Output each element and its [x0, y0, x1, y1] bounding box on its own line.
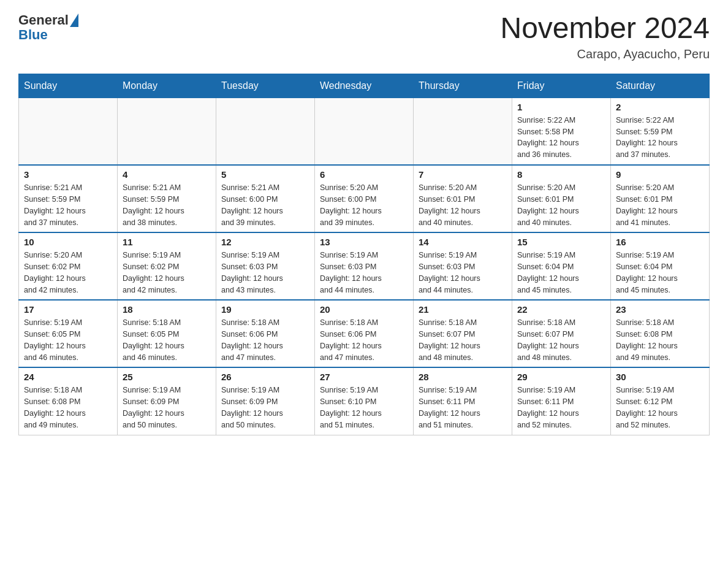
day-number: 22: [517, 304, 605, 315]
weekday-header-saturday: Saturday: [611, 74, 710, 98]
day-number: 29: [517, 372, 605, 382]
day-info: Sunrise: 5:19 AMSunset: 6:03 PMDaylight:…: [320, 250, 408, 296]
day-number: 26: [221, 372, 309, 382]
calendar-cell: [414, 98, 512, 165]
calendar-subtitle: Carapo, Ayacucho, Peru: [500, 47, 710, 61]
calendar-cell: 22Sunrise: 5:18 AMSunset: 6:07 PMDayligh…: [512, 300, 611, 367]
day-info: Sunrise: 5:21 AMSunset: 6:00 PMDaylight:…: [221, 182, 309, 228]
day-number: 15: [517, 237, 605, 247]
calendar-cell: 10Sunrise: 5:20 AMSunset: 6:02 PMDayligh…: [19, 232, 118, 300]
day-number: 9: [616, 169, 704, 180]
day-number: 27: [320, 372, 408, 382]
day-info: Sunrise: 5:18 AMSunset: 6:07 PMDaylight:…: [517, 317, 605, 363]
weekday-header-friday: Friday: [512, 74, 611, 98]
day-info: Sunrise: 5:20 AMSunset: 6:01 PMDaylight:…: [616, 182, 704, 228]
calendar-cell: [216, 98, 315, 165]
logo-text-blue: Blue: [18, 27, 48, 42]
day-info: Sunrise: 5:18 AMSunset: 6:06 PMDaylight:…: [320, 317, 408, 363]
page-header: General Blue November 2024 Carapo, Ayacu…: [18, 12, 710, 61]
day-number: 7: [419, 169, 507, 180]
calendar-week-3: 10Sunrise: 5:20 AMSunset: 6:02 PMDayligh…: [19, 232, 710, 300]
day-number: 20: [320, 304, 408, 315]
day-info: Sunrise: 5:20 AMSunset: 6:00 PMDaylight:…: [320, 182, 408, 228]
calendar-cell: 21Sunrise: 5:18 AMSunset: 6:07 PMDayligh…: [414, 300, 512, 367]
day-number: 30: [616, 372, 704, 382]
day-info: Sunrise: 5:18 AMSunset: 6:07 PMDaylight:…: [419, 317, 507, 363]
calendar-table: SundayMondayTuesdayWednesdayThursdayFrid…: [18, 74, 710, 435]
calendar-week-2: 3Sunrise: 5:21 AMSunset: 5:59 PMDaylight…: [19, 165, 710, 232]
calendar-week-5: 24Sunrise: 5:18 AMSunset: 6:08 PMDayligh…: [19, 367, 710, 435]
day-info: Sunrise: 5:19 AMSunset: 6:11 PMDaylight:…: [517, 385, 605, 431]
day-info: Sunrise: 5:19 AMSunset: 6:10 PMDaylight:…: [320, 385, 408, 431]
calendar-cell: 17Sunrise: 5:19 AMSunset: 6:05 PMDayligh…: [19, 300, 118, 367]
calendar-cell: 13Sunrise: 5:19 AMSunset: 6:03 PMDayligh…: [315, 232, 414, 300]
calendar-cell: [118, 98, 216, 165]
day-number: 6: [320, 169, 408, 180]
day-number: 28: [419, 372, 507, 382]
day-info: Sunrise: 5:21 AMSunset: 5:59 PMDaylight:…: [24, 182, 112, 228]
day-info: Sunrise: 5:20 AMSunset: 6:01 PMDaylight:…: [419, 182, 507, 228]
day-info: Sunrise: 5:22 AMSunset: 5:58 PMDaylight:…: [517, 115, 605, 161]
calendar-cell: 9Sunrise: 5:20 AMSunset: 6:01 PMDaylight…: [611, 165, 710, 232]
day-number: 23: [616, 304, 704, 315]
day-number: 25: [123, 372, 211, 382]
calendar-cell: 27Sunrise: 5:19 AMSunset: 6:10 PMDayligh…: [315, 367, 414, 435]
calendar-week-4: 17Sunrise: 5:19 AMSunset: 6:05 PMDayligh…: [19, 300, 710, 367]
calendar-cell: 2Sunrise: 5:22 AMSunset: 5:59 PMDaylight…: [611, 98, 710, 165]
calendar-week-1: 1Sunrise: 5:22 AMSunset: 5:58 PMDaylight…: [19, 98, 710, 165]
day-info: Sunrise: 5:19 AMSunset: 6:03 PMDaylight:…: [419, 250, 507, 296]
calendar-cell: 30Sunrise: 5:19 AMSunset: 6:12 PMDayligh…: [611, 367, 710, 435]
calendar-cell: 4Sunrise: 5:21 AMSunset: 5:59 PMDaylight…: [118, 165, 216, 232]
day-info: Sunrise: 5:19 AMSunset: 6:02 PMDaylight:…: [123, 250, 211, 296]
day-info: Sunrise: 5:18 AMSunset: 6:08 PMDaylight:…: [616, 317, 704, 363]
calendar-cell: 6Sunrise: 5:20 AMSunset: 6:00 PMDaylight…: [315, 165, 414, 232]
logo-triangle-icon: [70, 13, 78, 27]
calendar-cell: 1Sunrise: 5:22 AMSunset: 5:58 PMDaylight…: [512, 98, 611, 165]
calendar-cell: 15Sunrise: 5:19 AMSunset: 6:04 PMDayligh…: [512, 232, 611, 300]
calendar-title: November 2024: [500, 12, 710, 45]
weekday-header-row: SundayMondayTuesdayWednesdayThursdayFrid…: [19, 74, 710, 98]
calendar-cell: 28Sunrise: 5:19 AMSunset: 6:11 PMDayligh…: [414, 367, 512, 435]
weekday-header-tuesday: Tuesday: [216, 74, 315, 98]
day-info: Sunrise: 5:18 AMSunset: 6:06 PMDaylight:…: [221, 317, 309, 363]
calendar-cell: 18Sunrise: 5:18 AMSunset: 6:05 PMDayligh…: [118, 300, 216, 367]
weekday-header-sunday: Sunday: [19, 74, 118, 98]
calendar-cell: 26Sunrise: 5:19 AMSunset: 6:09 PMDayligh…: [216, 367, 315, 435]
day-info: Sunrise: 5:18 AMSunset: 6:08 PMDaylight:…: [24, 385, 112, 431]
day-number: 14: [419, 237, 507, 247]
day-info: Sunrise: 5:19 AMSunset: 6:09 PMDaylight:…: [221, 385, 309, 431]
calendar-cell: 29Sunrise: 5:19 AMSunset: 6:11 PMDayligh…: [512, 367, 611, 435]
day-number: 3: [24, 169, 112, 180]
day-number: 18: [123, 304, 211, 315]
day-number: 21: [419, 304, 507, 315]
day-info: Sunrise: 5:19 AMSunset: 6:04 PMDaylight:…: [616, 250, 704, 296]
calendar-cell: [315, 98, 414, 165]
day-number: 8: [517, 169, 605, 180]
calendar-cell: 11Sunrise: 5:19 AMSunset: 6:02 PMDayligh…: [118, 232, 216, 300]
day-info: Sunrise: 5:22 AMSunset: 5:59 PMDaylight:…: [616, 115, 704, 161]
day-number: 4: [123, 169, 211, 180]
calendar-cell: [19, 98, 118, 165]
weekday-header-thursday: Thursday: [414, 74, 512, 98]
weekday-header-wednesday: Wednesday: [315, 74, 414, 98]
day-number: 5: [221, 169, 309, 180]
calendar-cell: 16Sunrise: 5:19 AMSunset: 6:04 PMDayligh…: [611, 232, 710, 300]
day-info: Sunrise: 5:20 AMSunset: 6:02 PMDaylight:…: [24, 250, 112, 296]
calendar-cell: 8Sunrise: 5:20 AMSunset: 6:01 PMDaylight…: [512, 165, 611, 232]
calendar-cell: 7Sunrise: 5:20 AMSunset: 6:01 PMDaylight…: [414, 165, 512, 232]
day-info: Sunrise: 5:19 AMSunset: 6:12 PMDaylight:…: [616, 385, 704, 431]
day-info: Sunrise: 5:19 AMSunset: 6:03 PMDaylight:…: [221, 250, 309, 296]
calendar-cell: 5Sunrise: 5:21 AMSunset: 6:00 PMDaylight…: [216, 165, 315, 232]
day-info: Sunrise: 5:19 AMSunset: 6:05 PMDaylight:…: [24, 317, 112, 363]
title-block: November 2024 Carapo, Ayacucho, Peru: [500, 12, 710, 61]
day-info: Sunrise: 5:19 AMSunset: 6:11 PMDaylight:…: [419, 385, 507, 431]
day-number: 11: [123, 237, 211, 247]
calendar-cell: 23Sunrise: 5:18 AMSunset: 6:08 PMDayligh…: [611, 300, 710, 367]
weekday-header-monday: Monday: [118, 74, 216, 98]
day-number: 2: [616, 102, 704, 112]
calendar-cell: 19Sunrise: 5:18 AMSunset: 6:06 PMDayligh…: [216, 300, 315, 367]
day-info: Sunrise: 5:19 AMSunset: 6:09 PMDaylight:…: [123, 385, 211, 431]
calendar-cell: 24Sunrise: 5:18 AMSunset: 6:08 PMDayligh…: [19, 367, 118, 435]
logo: General Blue: [18, 12, 78, 43]
calendar-cell: 25Sunrise: 5:19 AMSunset: 6:09 PMDayligh…: [118, 367, 216, 435]
